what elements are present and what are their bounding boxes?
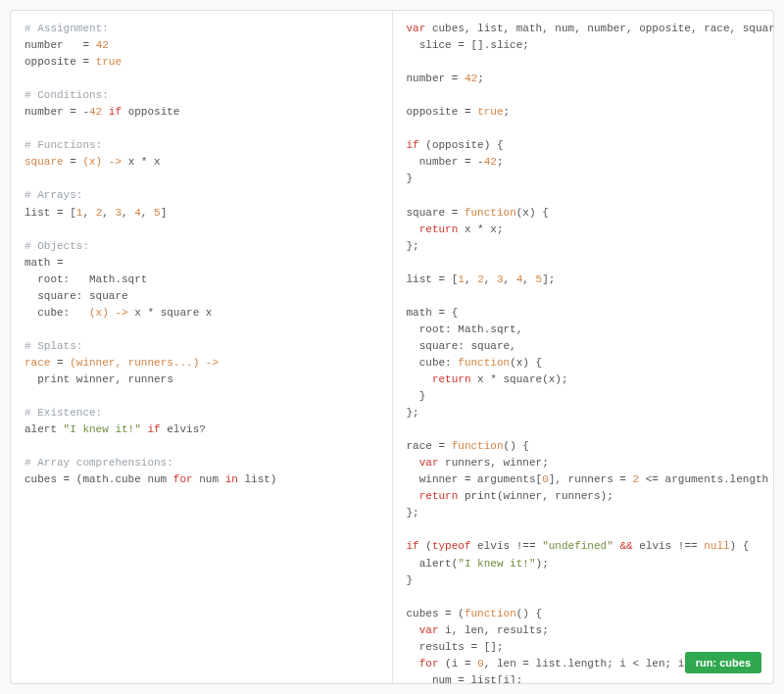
code-line: results = []; [407, 641, 504, 653]
comment-assignment: # Assignment: [24, 23, 109, 34]
code-line: slice = [].slice; [407, 39, 529, 51]
code-line: square: square, [407, 340, 516, 352]
code-line: square = function(x) { [407, 207, 549, 219]
code-line: square: square [24, 290, 128, 302]
code-line: root: Math.sqrt [24, 273, 147, 285]
code-line: number = -42; [407, 156, 504, 168]
code-line: return x * x; [407, 223, 504, 235]
code-line: cube: function(x) { [407, 357, 543, 369]
comment-conditions: # Conditions: [24, 89, 109, 101]
coffeescript-pane[interactable]: # Assignment: number = 42 opposite = tru… [11, 11, 392, 683]
code-line: var cubes, list, math, num, number, oppo… [407, 23, 774, 34]
code-line: square = (x) -> x * x [24, 156, 161, 168]
code-line: }; [407, 507, 419, 519]
comment-splats: # Splats: [24, 340, 82, 352]
code-line: if (opposite) { [407, 139, 504, 151]
comment-functions: # Functions: [24, 139, 102, 151]
code-line: list = [1, 2, 3, 4, 5]; [407, 273, 556, 285]
code-line: print winner, runners [24, 373, 173, 385]
code-line: if (typeof elvis !== "undefined" && elvi… [407, 540, 750, 552]
code-line: race = (winner, runners...) -> [24, 357, 219, 369]
code-line: list = [1, 2, 3, 4, 5] [24, 207, 167, 219]
code-line: cubes = (math.cube num for num in list) [24, 473, 276, 485]
code-line: root: Math.sqrt, [407, 323, 523, 335]
code-line: number = -42 if opposite [24, 106, 179, 118]
code-line: } [407, 390, 426, 402]
code-line: } [407, 574, 414, 586]
code-line: }; [407, 240, 419, 252]
code-line: opposite = true; [407, 106, 511, 118]
code-line: num = list[i]; [407, 674, 523, 683]
code-line: var runners, winner; [407, 457, 549, 469]
code-line: race = function() { [407, 440, 529, 452]
code-line: cube: (x) -> x * square x [24, 307, 212, 319]
code-line: number = 42; [407, 73, 484, 84]
code-comparison-container: # Assignment: number = 42 opposite = tru… [10, 10, 774, 684]
comment-comprehensions: # Array comprehensions: [24, 457, 173, 469]
code-line: var i, len, results; [407, 624, 549, 636]
code-line: opposite = true [24, 56, 122, 68]
code-line: }; [407, 407, 419, 419]
comment-objects: # Objects: [24, 240, 89, 252]
code-line: alert("I knew it!"); [407, 558, 549, 570]
code-line: } [407, 173, 414, 184]
code-line: alert "I knew it!" if elvis? [24, 423, 206, 435]
code-line: cubes = (function() { [407, 608, 543, 620]
javascript-pane[interactable]: var cubes, list, math, num, number, oppo… [393, 11, 774, 683]
code-line: winner = arguments[0], runners = 2 <= ar… [407, 473, 774, 485]
code-line: return x * square(x); [407, 373, 568, 385]
comment-arrays: # Arrays: [24, 189, 82, 201]
code-line: math = { [407, 307, 459, 319]
code-line: return print(winner, runners); [407, 490, 613, 502]
comment-existence: # Existence: [24, 407, 102, 419]
code-line: for (i = 0, len = list.length; i < len; … [407, 658, 717, 669]
run-button[interactable]: run: cubes [685, 652, 761, 673]
code-line: number = 42 [24, 39, 109, 51]
code-line: math = [24, 257, 64, 269]
